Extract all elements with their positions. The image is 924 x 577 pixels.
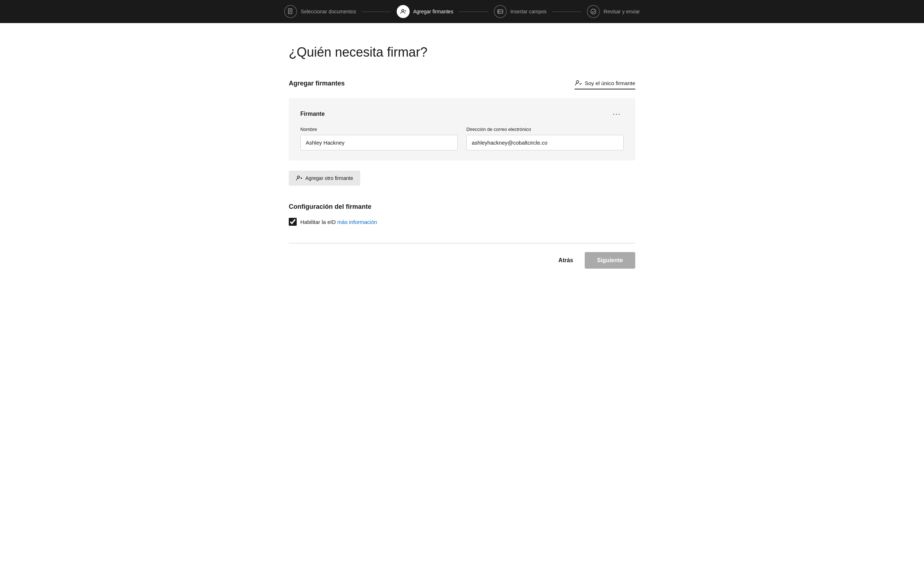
more-info-text: más información [338,219,377,225]
eid-text: Habilitar la eID [300,219,336,225]
config-section-title: Configuración del firmante [289,203,635,211]
back-button[interactable]: Atrás [552,253,579,267]
svg-point-4 [402,10,404,11]
signer-form-row: Nombre Dirección de correo electrónico [300,127,624,150]
svg-point-12 [297,176,300,178]
add-signer-icon [296,175,302,181]
name-input[interactable] [300,135,458,150]
email-label: Dirección de correo electrónico [466,127,624,132]
main-content: ¿Quién necesita firmar? Agregar firmante… [246,23,678,298]
name-label: Nombre [300,127,458,132]
insert-fields-icon [494,5,507,18]
add-signer-label: Agregar otro firmante [305,175,353,181]
select-docs-icon [284,5,297,18]
add-signers-label: Agregar firmantes [413,9,453,15]
next-button[interactable]: Siguiente [585,252,635,269]
more-menu-button[interactable]: ··· [610,108,624,119]
nav-divider-2 [459,11,488,12]
add-signer-button[interactable]: Agregar otro firmante [289,171,360,186]
eid-checkbox[interactable] [289,218,297,226]
signer-card-title: Firmante [300,111,325,117]
next-label: Siguiente [597,257,623,263]
signer-card-header: Firmante ··· [300,108,624,119]
more-menu-dots: ··· [612,110,621,118]
nav-step-review-send[interactable]: Revisar y enviar [587,5,640,18]
sole-signer-icon [575,79,582,87]
svg-point-10 [591,9,596,14]
email-form-group: Dirección de correo electrónico [466,127,624,150]
signer-card: Firmante ··· Nombre Dirección de correo … [289,98,635,161]
add-signers-section-header: Agregar firmantes Soy el único firmante [289,77,635,89]
svg-point-11 [576,81,578,83]
review-send-icon [587,5,600,18]
more-info-link[interactable]: más información [338,219,377,225]
nav-step-insert-fields[interactable]: Insertar campos [494,5,546,18]
nav-divider-3 [552,11,581,12]
nav-divider-1 [362,11,391,12]
eid-checkbox-row: Habilitar la eID más información [289,218,635,226]
insert-fields-label: Insertar campos [510,9,546,15]
top-navigation: Seleccionar documentos Agregar firmantes… [0,0,924,23]
name-form-group: Nombre [300,127,458,150]
review-send-label: Revisar y enviar [604,9,640,15]
email-input[interactable] [466,135,624,150]
select-docs-label: Seleccionar documentos [300,9,356,15]
sole-signer-label: Soy el único firmante [585,80,635,86]
add-signers-icon [397,5,410,18]
eid-label[interactable]: Habilitar la eID más información [300,219,377,225]
sole-signer-button[interactable]: Soy el único firmante [575,77,635,89]
nav-step-select-docs[interactable]: Seleccionar documentos [284,5,356,18]
page-title: ¿Quién necesita firmar? [289,45,635,60]
add-signers-section-title: Agregar firmantes [289,80,345,87]
nav-step-add-signers[interactable]: Agregar firmantes [397,5,453,18]
footer-actions: Atrás Siguiente [289,252,635,269]
signer-config-section: Configuración del firmante Habilitar la … [289,203,635,226]
back-label: Atrás [558,257,573,263]
footer-divider [289,243,635,243]
